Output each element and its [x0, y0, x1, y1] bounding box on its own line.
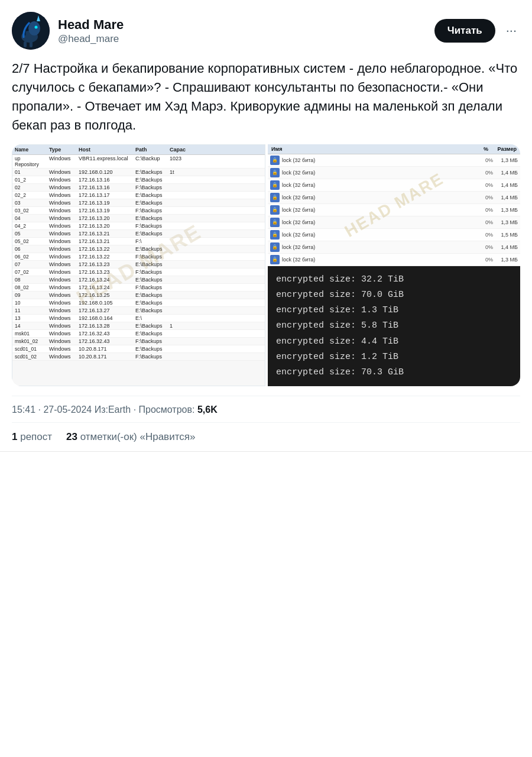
follow-button[interactable]: Читать [434, 19, 495, 43]
table-row: msk01 Windows 172.16.32.43 E:\Backups [12, 330, 265, 338]
list-item: 🔒 lock (32 бита) 0% 1,3 МБ [268, 154, 520, 167]
table-row: 08 Windows 172.16.13.24 E:\Backups [12, 276, 265, 284]
table-row: 04 Windows 172.16.13.20 E:\Backups [12, 215, 265, 222]
lock-filename: lock (32 бита) [282, 232, 474, 238]
lock-percent: 0% [476, 207, 493, 213]
terminal-line: encrypted size: 70.0 GiB [276, 287, 512, 303]
lock-filename: lock (32 бита) [282, 257, 474, 263]
lock-filename: lock (32 бита) [282, 207, 474, 213]
lock-file-icon: 🔒 [270, 156, 280, 165]
table-row: 07 Windows 172.16.13.23 E:\Backups [12, 261, 265, 268]
list-item: 🔒 lock (32 бита) 0% 1,4 МБ [268, 167, 520, 179]
terminal-line: encrypted size: 5.8 TiB [276, 318, 512, 334]
table-row: 07_02 Windows 172.16.13.23 F:\Backups [12, 268, 265, 276]
encrypted-terminal: encrypted size: 32.2 TiB encrypted size:… [268, 266, 520, 387]
lock-col-name: Имя [271, 146, 282, 152]
lock-panel: Имя % Размер 🔒 lock (32 бита) 0% 1,3 МБ … [268, 144, 520, 266]
more-options-button[interactable]: ··· [502, 21, 520, 41]
table-row: 05_02 Windows 172.16.13.21 F:\ [12, 238, 265, 245]
table-row: 06_02 Windows 172.16.13.22 F:\Backups [12, 253, 265, 261]
lock-percent: 0% [476, 182, 493, 188]
terminal-line: encrypted size: 70.3 GiB [276, 365, 512, 380]
author-name[interactable]: Head Mare [58, 17, 124, 34]
lock-percent: 0% [476, 170, 493, 176]
lock-col-type [287, 146, 467, 152]
terminal-line: encrypted size: 4.4 TiB [276, 334, 512, 350]
lock-filename: lock (32 бита) [282, 170, 474, 176]
lock-filesize: 1,4 МБ [495, 195, 518, 200]
list-item: 🔒 lock (32 бита) 0% 1,5 МБ [268, 229, 520, 241]
lock-col-size: Размер [493, 146, 517, 152]
veeam-table-header: Name Type Host Path Capac [12, 145, 265, 155]
lock-filesize: 1,3 МБ [495, 219, 518, 225]
author-info: Head Mare @head_mare [58, 17, 124, 46]
lock-percent: 0% [476, 195, 493, 200]
lock-filesize: 1,4 МБ [495, 170, 518, 176]
list-item: 🔒 lock (32 бита) 0% 1,3 МБ [268, 216, 520, 229]
lock-filesize: 1,4 МБ [495, 182, 518, 188]
lock-file-icon: 🔒 [270, 168, 280, 177]
header-actions: Читать ··· [434, 19, 520, 43]
tweet-text: 2/7 Настройка и бекапирование корпоратив… [12, 59, 520, 135]
lock-filesize: 1,3 МБ [495, 207, 518, 213]
table-row: 02_2 Windows 172.16.13.17 E:\Backups [12, 192, 265, 199]
tweet-container: Head Mare @head_mare Читать ··· 2/7 Наст… [0, 0, 532, 452]
lock-percent: 0% [476, 244, 493, 250]
list-item: 🔒 lock (32 бита) 0% 1,3 МБ [268, 254, 520, 266]
svg-point-4 [35, 26, 38, 29]
list-item: 🔒 lock (32 бита) 0% 1,3 МБ [268, 204, 520, 216]
table-row: 14 Windows 172.16.13.28 E:\Backups 1 [12, 322, 265, 330]
lock-filename: lock (32 бита) [282, 244, 474, 250]
lock-col-pct: % [472, 146, 488, 152]
lock-percent: 0% [476, 219, 493, 225]
tweet-images: Name Type Host Path Capac up Repository … [12, 144, 520, 387]
list-item: 🔒 lock (32 бита) 0% 1,4 МБ [268, 192, 520, 204]
table-row: 01 Windows 192.168.0.120 E:\Backups 1t [12, 169, 265, 176]
tweet-views: 5,6K [197, 405, 218, 415]
list-item: 🔒 lock (32 бита) 0% 1,4 МБ [268, 241, 520, 254]
repost-count[interactable]: 1 репост [12, 431, 52, 443]
table-row: 04_2 Windows 172.16.13.20 F:\Backups [12, 222, 265, 230]
col-host-header: Host [79, 147, 132, 153]
col-name-header: Name [15, 147, 46, 153]
lock-percent: 0% [476, 257, 493, 263]
lock-file-icon: 🔒 [270, 180, 280, 190]
table-row: 08_02 Windows 172.16.13.24 F:\Backups [12, 284, 265, 292]
lock-panel-header: Имя % Размер [268, 144, 520, 154]
table-row: 05 Windows 172.16.13.21 E:\Backups [12, 230, 265, 238]
author-handle[interactable]: @head_mare [58, 33, 124, 45]
tweet-stats: 1 репост 23 отметки(-ок) «Нравится» [12, 422, 520, 451]
likes-count[interactable]: 23 отметки(-ок) «Нравится» [66, 431, 195, 443]
lock-file-icon: 🔒 [270, 218, 280, 227]
lock-file-icon: 🔒 [270, 242, 280, 252]
avatar[interactable] [12, 12, 50, 50]
table-row: 03_02 Windows 172.16.13.19 F:\Backups [12, 207, 265, 215]
table-row: 06 Windows 172.16.13.22 E:\Backups [12, 245, 265, 253]
lock-filesize: 1,3 МБ [495, 157, 518, 163]
lock-filename: lock (32 бита) [282, 195, 474, 200]
tweet-author: Head Mare @head_mare [12, 12, 124, 50]
col-type-header: Type [49, 147, 75, 153]
table-row: 02 Windows 172.16.13.16 F:\Backups [12, 184, 265, 192]
lock-filesize: 1,5 МБ [495, 232, 518, 238]
terminal-line: encrypted size: 1.3 TiB [276, 303, 512, 318]
table-row: 11 Windows 172.16.13.27 E:\Backups [12, 307, 265, 315]
lock-file-icon: 🔒 [270, 230, 280, 240]
col-path-header: Path [135, 147, 166, 153]
lock-percent: 0% [476, 157, 493, 163]
lock-filename: lock (32 бита) [282, 219, 474, 225]
veeam-table: Name Type Host Path Capac up Repository … [12, 145, 265, 361]
svg-rect-6 [30, 41, 33, 47]
terminal-line: encrypted size: 1.2 TiB [276, 350, 512, 365]
table-row: up Repository Windows VBR11.express.loca… [12, 155, 265, 169]
terminal-line: encrypted size: 32.2 TiB [276, 272, 512, 287]
lock-filename: lock (32 бита) [282, 182, 474, 188]
table-row: 01_2 Windows 172.16.13.16 E:\Backups [12, 176, 265, 184]
lock-percent: 0% [476, 232, 493, 238]
svg-rect-5 [24, 41, 27, 47]
right-panel: Имя % Размер 🔒 lock (32 бита) 0% 1,3 МБ … [268, 144, 520, 387]
lock-filesize: 1,3 МБ [495, 257, 518, 263]
table-row: scd01_01 Windows 10.20.8.171 E:\Backups [12, 345, 265, 353]
list-item: 🔒 lock (32 бита) 0% 1,4 МБ [268, 179, 520, 192]
lock-file-icon: 🔒 [270, 255, 280, 264]
